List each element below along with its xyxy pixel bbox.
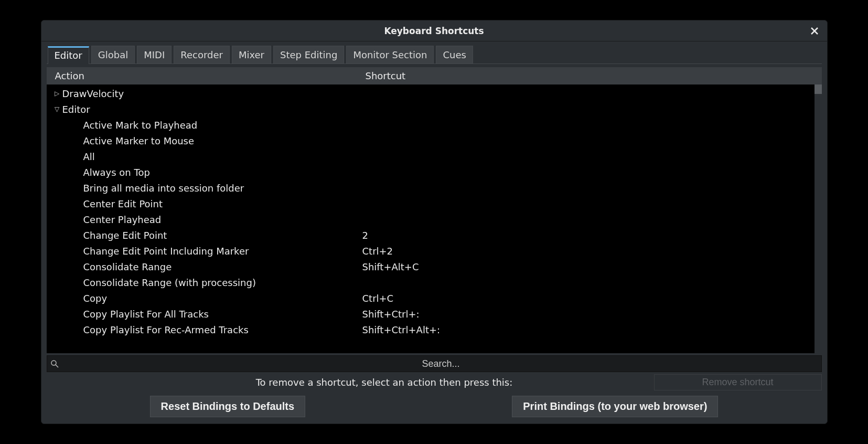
action-label: Change Edit Point Including Marker bbox=[83, 246, 249, 257]
reset-bindings-button[interactable]: Reset Bindings to Defaults bbox=[150, 396, 305, 417]
shortcut-label: Shift+Alt+C bbox=[361, 261, 822, 272]
tree-row[interactable]: ▷DrawVelocity bbox=[47, 86, 822, 101]
column-header-action[interactable]: Action bbox=[51, 70, 366, 81]
tab-mixer[interactable]: Mixer bbox=[232, 46, 271, 64]
action-label: All bbox=[83, 151, 95, 162]
action-label: Copy Playlist For Rec-Armed Tracks bbox=[83, 324, 249, 335]
keyboard-shortcuts-window: Keyboard Shortcuts Editor Global MIDI Re… bbox=[41, 20, 828, 424]
shortcut-label: Shift+Ctrl+Alt+: bbox=[361, 324, 822, 335]
bottom-button-row: Reset Bindings to Defaults Print Binding… bbox=[47, 390, 822, 418]
tab-cues[interactable]: Cues bbox=[436, 46, 473, 64]
svg-point-0 bbox=[51, 361, 56, 365]
tree-row[interactable]: Consolidate RangeShift+Alt+C bbox=[47, 259, 822, 274]
shortcut-label: Ctrl+C bbox=[361, 293, 822, 304]
chevron-down-icon[interactable]: ▽ bbox=[52, 105, 62, 113]
tab-label: Cues bbox=[443, 49, 466, 60]
tree-row[interactable]: Copy Playlist For Rec-Armed TracksShift+… bbox=[47, 322, 822, 337]
tab-monitor-section[interactable]: Monitor Section bbox=[346, 46, 434, 64]
action-label: Change Edit Point bbox=[83, 230, 167, 241]
tab-recorder[interactable]: Recorder bbox=[174, 46, 230, 64]
scrollbar-thumb[interactable] bbox=[815, 84, 822, 94]
shortcut-label: Shift+Ctrl+: bbox=[361, 309, 822, 320]
tree-row[interactable]: All bbox=[47, 149, 822, 164]
action-label: Center Edit Point bbox=[83, 198, 163, 209]
action-label: Copy bbox=[83, 293, 108, 304]
tree-row[interactable]: ▽Editor bbox=[47, 101, 822, 117]
tree-row[interactable]: Active Mark to Playhead bbox=[47, 117, 822, 133]
tree-row[interactable]: Center Playhead bbox=[47, 212, 822, 227]
tab-midi[interactable]: MIDI bbox=[137, 46, 172, 64]
tab-label: Global bbox=[98, 49, 128, 60]
scrollbar[interactable] bbox=[815, 84, 822, 353]
tab-step-editing[interactable]: Step Editing bbox=[273, 46, 344, 64]
tree-row[interactable]: Bring all media into session folder bbox=[47, 180, 822, 196]
search-row bbox=[47, 355, 822, 372]
action-label: Center Playhead bbox=[83, 214, 162, 225]
tree-header: Action Shortcut bbox=[47, 67, 822, 84]
action-label: Editor bbox=[62, 104, 90, 115]
remove-hint: To remove a shortcut, select an action t… bbox=[47, 377, 649, 388]
tab-label: Recorder bbox=[180, 49, 223, 60]
tree-body[interactable]: ▷DrawVelocity▽EditorActive Mark to Playh… bbox=[47, 84, 822, 353]
action-label: Always on Top bbox=[83, 167, 150, 178]
tab-bar: Editor Global MIDI Recorder Mixer Step E… bbox=[47, 46, 822, 64]
tree-row[interactable]: Always on Top bbox=[47, 164, 822, 180]
remove-shortcut-button[interactable]: Remove shortcut bbox=[654, 374, 822, 390]
print-bindings-button[interactable]: Print Bindings (to your web browser) bbox=[512, 396, 718, 417]
search-input[interactable] bbox=[61, 358, 821, 369]
remove-row: To remove a shortcut, select an action t… bbox=[47, 374, 822, 390]
tree-row[interactable]: Center Edit Point bbox=[47, 196, 822, 212]
tab-label: Editor bbox=[55, 50, 82, 61]
shortcut-label: Ctrl+2 bbox=[361, 246, 822, 257]
tree-row[interactable]: Consolidate Range (with processing) bbox=[47, 274, 822, 290]
search-icon bbox=[48, 357, 61, 370]
action-label: Active Marker to Mouse bbox=[83, 135, 195, 146]
window-title: Keyboard Shortcuts bbox=[384, 26, 484, 36]
action-label: DrawVelocity bbox=[62, 88, 124, 99]
content-area: Editor Global MIDI Recorder Mixer Step E… bbox=[41, 41, 827, 424]
svg-line-1 bbox=[56, 365, 58, 367]
action-label: Consolidate Range bbox=[83, 261, 172, 272]
close-icon bbox=[810, 27, 819, 35]
action-label: Consolidate Range (with processing) bbox=[83, 277, 256, 288]
close-button[interactable] bbox=[808, 25, 821, 37]
action-label: Copy Playlist For All Tracks bbox=[83, 309, 209, 320]
tab-editor[interactable]: Editor bbox=[48, 46, 89, 64]
action-label: Bring all media into session folder bbox=[83, 183, 244, 194]
chevron-right-icon[interactable]: ▷ bbox=[52, 90, 62, 97]
tab-label: Step Editing bbox=[280, 49, 337, 60]
tree-row[interactable]: Change Edit Point2 bbox=[47, 227, 822, 243]
action-label: Active Mark to Playhead bbox=[83, 120, 198, 131]
tree-row[interactable]: Active Marker to Mouse bbox=[47, 133, 822, 149]
column-header-shortcut[interactable]: Shortcut bbox=[366, 70, 818, 81]
shortcut-label: 2 bbox=[361, 230, 822, 241]
tree-row[interactable]: Copy Playlist For All TracksShift+Ctrl+: bbox=[47, 306, 822, 322]
tab-label: MIDI bbox=[144, 49, 165, 60]
tab-label: Monitor Section bbox=[353, 49, 427, 60]
tab-global[interactable]: Global bbox=[91, 46, 135, 64]
tab-label: Mixer bbox=[239, 49, 264, 60]
titlebar: Keyboard Shortcuts bbox=[41, 20, 827, 41]
tree-row[interactable]: Change Edit Point Including MarkerCtrl+2 bbox=[47, 243, 822, 259]
tree-row[interactable]: CopyCtrl+C bbox=[47, 290, 822, 306]
